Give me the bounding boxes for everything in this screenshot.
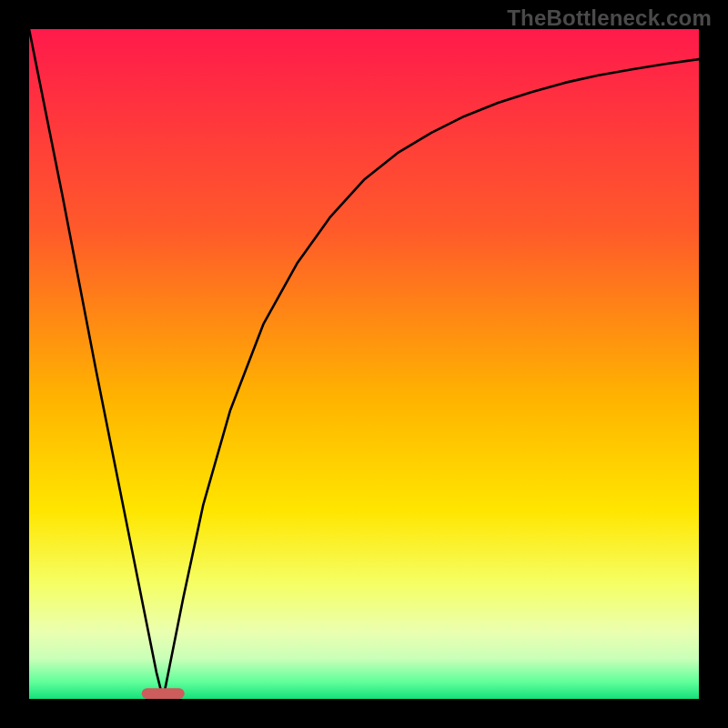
watermark-text: TheBottleneck.com <box>507 5 712 31</box>
chart-frame: TheBottleneck.com <box>0 0 728 728</box>
plot-area <box>29 29 699 699</box>
gradient-background <box>29 29 699 699</box>
optimum-marker <box>142 688 185 699</box>
chart-svg <box>29 29 699 699</box>
